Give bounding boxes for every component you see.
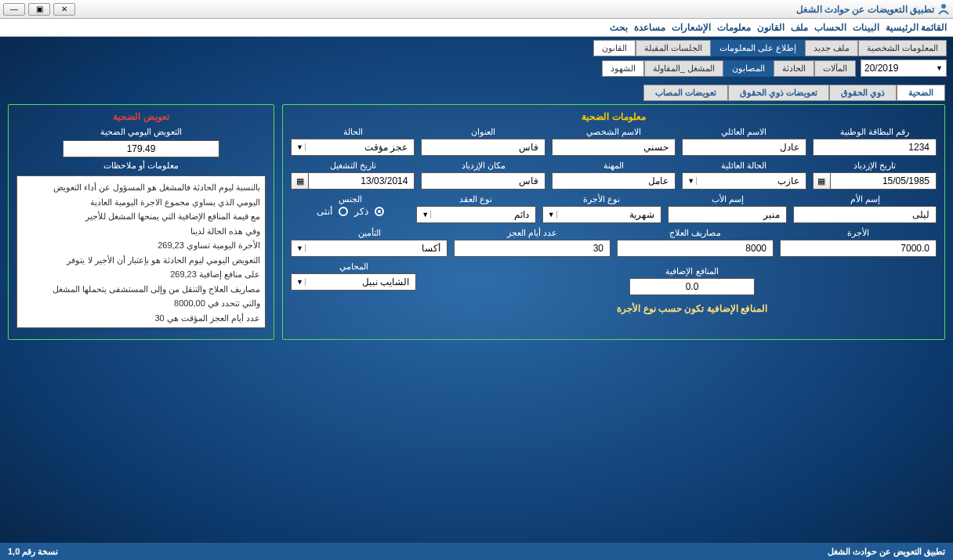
minimize-button[interactable]: — [3,3,25,16]
label-disabdays: عدد أيام العجز [454,228,611,238]
hiredate-field[interactable]: 13/03/2014 ▦ [291,172,415,190]
menu-account[interactable]: الحساب [814,22,846,33]
case-number-select[interactable]: 20/2019 ▼ [861,60,947,77]
cin-field[interactable]: 1234 [813,139,937,156]
tab-new-file[interactable]: ملف جديد [805,40,858,56]
svg-point-0 [941,4,946,9]
subtab-victims[interactable]: المصابون [723,60,774,77]
menu-search[interactable]: بحث [610,22,628,33]
menu-file[interactable]: ملف [791,22,808,33]
notes-area[interactable]: بالنسبة ليوم الحادثة فالمشغل هو المسؤول … [16,175,266,328]
label-sex: الجنس [291,194,410,204]
label-address: العنوان [421,127,545,137]
label-mother: إسم الأم [793,194,937,204]
birthdate-field[interactable]: 15/05/1985 ▦ [813,172,937,190]
label-firstname: الاسم الشخصي [552,127,676,137]
inner-tab-victim-comp[interactable]: تعويضات المصاب [643,85,728,101]
disabdays-field[interactable]: 30 [454,240,611,257]
chevron-down-icon: ▼ [546,211,557,219]
subtab-employer[interactable]: المشغل _المقاولة [644,60,723,77]
address-field[interactable]: فاس [421,139,545,156]
notes-label: معلومات أو ملاحظات [16,161,266,171]
calendar-icon[interactable]: ▦ [813,172,830,190]
tab-view-info[interactable]: إطلاع على المعلومات [711,40,805,56]
label-hiredate: تاريخ التشغيل [291,161,415,171]
firstname-field[interactable]: حسني [552,139,676,156]
window-title: تطبيق التعويضات عن حوادث الشغل [75,4,934,15]
contracttype-select[interactable]: دائم▼ [416,206,535,223]
label-lawyer: المحامي [291,262,416,272]
victim-info-panel: معلومات الضحية رقم البطاقة الوطنية 1234 … [282,104,945,340]
label-cin: رقم البطاقة الوطنية [813,127,937,137]
app-icon [937,3,950,16]
victim-panel-title: معلومات الضحية [291,111,937,122]
lawyer-select[interactable]: الشايب نبيل▼ [291,273,416,291]
menu-help[interactable]: مساعدة [634,22,665,33]
radio-female[interactable] [339,207,348,216]
label-contracttype: نوع العقد [416,194,535,204]
radio-male[interactable] [375,207,384,216]
sub-tabs-row: 20/2019 ▼ المآلات الحادثة المصابون المشغ… [0,56,953,80]
chevron-down-icon: ▼ [936,64,943,72]
label-marital: الحالة العائلية [682,161,806,171]
case-number-value: 20/2019 [864,63,898,74]
chevron-down-icon: ▼ [686,177,697,185]
marital-select[interactable]: عازب▼ [682,172,806,190]
inner-tab-victim[interactable]: الضحية [897,85,945,101]
content-area: الضحية ذوي الحقوق تعويضات ذوي الحقوق تعو… [0,80,953,543]
inner-tabs: الضحية ذوي الحقوق تعويضات ذوي الحقوق تعو… [8,85,945,101]
daily-comp-field[interactable]: 179.49 [63,140,219,157]
wagetype-select[interactable]: شهرية▼ [542,206,661,223]
comp-panel-title: تعويض الضحية [16,111,266,122]
compensation-panel: تعويض الضحية التعويض اليومي الضحية 179.4… [8,104,274,340]
label-birthplace: مكان الإزدياد [421,161,545,171]
wage-field[interactable]: 7000.0 [780,240,937,257]
sex-radio-group[interactable]: ذكر أنثى [291,206,410,217]
inner-tab-beneficiaries[interactable]: ذوي الحقوق [829,85,897,101]
close-button[interactable]: ✕ [53,3,75,16]
medexp-field[interactable]: 8000 [617,240,774,257]
chevron-down-icon: ▼ [295,244,306,252]
father-field[interactable]: منير [668,206,787,223]
extraben-field[interactable]: 0.0 [629,278,755,295]
footer-left: نسخة رقم 1,0 [8,547,58,557]
menu-main[interactable]: القائمة الرئيسية [886,22,947,33]
famname-field[interactable]: عادل [682,139,806,156]
chevron-down-icon: ▼ [420,211,431,219]
main-tabs: المعلومات الشخصية ملف جديد إطلاع على الم… [0,40,953,56]
subtab-incident[interactable]: الحادثة [774,60,814,77]
label-famname: الاسم العائلي [682,127,806,137]
extra-benefit-note: المنافع الإضافية تكون حسب نوع الأجرة [617,303,767,314]
tab-personal-info[interactable]: المعلومات الشخصية [858,40,947,56]
menu-notifications[interactable]: الإشعارات [672,22,711,33]
label-insurance: التأمين [291,228,448,238]
label-wage: الأجرة [780,228,937,238]
label-father: إسم الأب [668,194,787,204]
status-bar: تطبيق التعويض عن حوادث الشغل نسخة رقم 1,… [0,543,953,560]
inner-tab-beneficiary-comp[interactable]: تعويضات ذوي الحقوق [728,85,829,101]
mother-field[interactable]: ليلى [793,206,937,223]
window-buttons: — ▣ ✕ [3,3,75,16]
menu-info[interactable]: معلومات [717,22,751,33]
tab-law[interactable]: القانون [593,40,636,56]
birthplace-field[interactable]: فاس [421,172,545,190]
maximize-button[interactable]: ▣ [28,3,50,16]
title-bar: تطبيق التعويضات عن حوادث الشغل — ▣ ✕ [0,0,953,19]
footer-right: تطبيق التعويض عن حوادث الشغل [828,547,945,557]
chevron-down-icon: ▼ [295,278,306,286]
tab-upcoming[interactable]: الجلسات المقبلة [636,40,711,56]
label-status: الحالة [291,127,415,137]
subtab-outcomes[interactable]: المآلات [814,60,856,77]
chevron-down-icon: ▼ [295,143,306,151]
calendar-icon[interactable]: ▦ [291,172,308,190]
label-medexp: مصاريف العلاج [617,228,774,238]
label-birthdate: تاريخ الإزدياد [813,161,937,171]
job-field[interactable]: عامل [552,172,676,190]
insurance-select[interactable]: أكسا▼ [291,240,448,257]
status-select[interactable]: عجز مؤقت▼ [291,139,415,156]
label-extraben: المنافع الإضافية [665,266,718,276]
label-wagetype: نوع الأجرة [542,194,661,204]
subtab-witnesses[interactable]: الشهود [602,60,644,77]
menu-law[interactable]: القانون [757,22,785,33]
menu-data[interactable]: البينات [853,22,879,33]
